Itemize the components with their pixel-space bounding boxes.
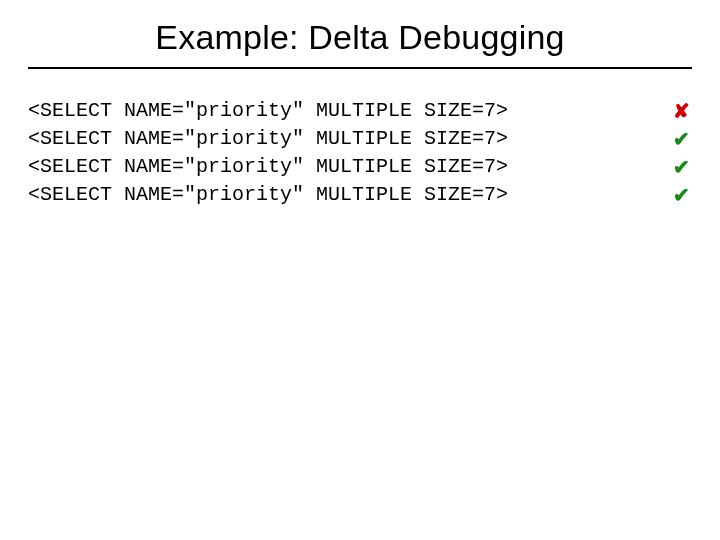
code-text: <SELECT NAME="priority" MULTIPLE SIZE=7> — [28, 97, 508, 125]
slide-body: <SELECT NAME="priority" MULTIPLE SIZE=7>… — [0, 69, 720, 209]
code-row: <SELECT NAME="priority" MULTIPLE SIZE=7>… — [28, 125, 692, 153]
code-row: <SELECT NAME="priority" MULTIPLE SIZE=7>… — [28, 181, 692, 209]
code-row: <SELECT NAME="priority" MULTIPLE SIZE=7>… — [28, 97, 692, 125]
cross-icon: ✘ — [670, 97, 692, 125]
code-text: <SELECT NAME="priority" MULTIPLE SIZE=7> — [28, 181, 508, 209]
slide: Example: Delta Debugging <SELECT NAME="p… — [0, 0, 720, 540]
check-icon: ✔ — [670, 153, 692, 181]
code-row: <SELECT NAME="priority" MULTIPLE SIZE=7>… — [28, 153, 692, 181]
check-icon: ✔ — [670, 181, 692, 209]
code-text: <SELECT NAME="priority" MULTIPLE SIZE=7> — [28, 153, 508, 181]
code-text: <SELECT NAME="priority" MULTIPLE SIZE=7> — [28, 125, 508, 153]
page-title: Example: Delta Debugging — [0, 0, 720, 63]
check-icon: ✔ — [670, 125, 692, 153]
